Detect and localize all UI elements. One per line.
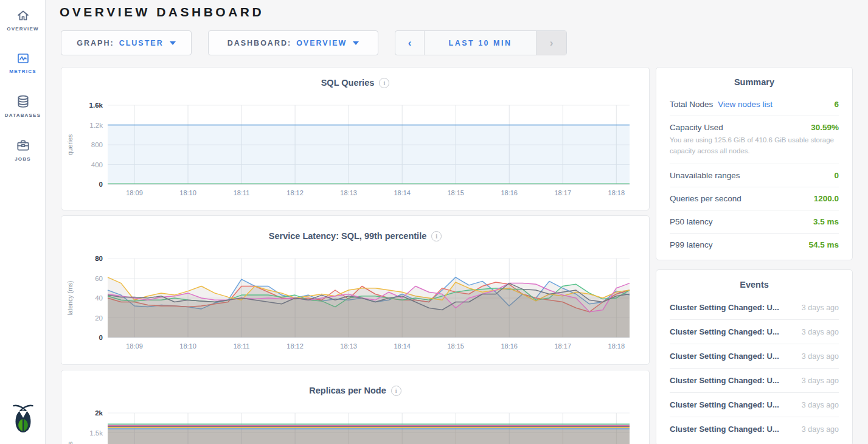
event-row[interactable]: Cluster Setting Changed: U...3 days ago	[670, 368, 839, 392]
chart-card-service-latency: Service Latency: SQL, 99th percentile i …	[61, 215, 650, 365]
event-row[interactable]: Cluster Setting Changed: U...3 days ago	[670, 296, 839, 319]
svg-text:20: 20	[95, 314, 103, 322]
summary-value: 0	[834, 171, 839, 180]
page-title: OVERVIEW DASHBOARD	[60, 5, 264, 19]
svg-text:2k: 2k	[95, 409, 103, 417]
home-icon	[15, 9, 31, 23]
time-next-button[interactable]: ›	[536, 31, 566, 55]
event-title: Cluster Setting Changed: U...	[670, 327, 779, 336]
event-time: 3 days ago	[802, 376, 839, 385]
service-latency-chart[interactable]: 02040608018:0918:1018:1118:1218:1318:141…	[64, 252, 649, 356]
summary-row: Total NodesView nodes list6	[670, 93, 839, 116]
graph-dropdown-label: GRAPH:	[77, 39, 114, 47]
summary-value: 1200.0	[814, 194, 839, 203]
graph-dropdown-value: CLUSTER	[119, 39, 164, 47]
svg-text:18:13: 18:13	[340, 189, 357, 196]
svg-text:18:18: 18:18	[608, 342, 625, 350]
info-icon[interactable]: i	[431, 231, 442, 241]
svg-text:18:12: 18:12	[286, 342, 304, 350]
event-row[interactable]: Cluster Setting Changed: U...3 days ago	[670, 344, 839, 368]
sidebar-item-overview[interactable]: OVERVIEW	[0, 0, 46, 32]
event-time: 3 days ago	[802, 304, 839, 312]
summary-rows: Total NodesView nodes list6Capacity Used…	[670, 93, 839, 256]
chart-title: SQL Queries	[321, 78, 375, 88]
dashboard-dropdown-value: OVERVIEW	[296, 39, 347, 47]
event-time: 3 days ago	[802, 425, 839, 434]
sidebar-item-databases[interactable]: DATABASES	[0, 85, 46, 118]
summary-value: 6	[834, 100, 839, 109]
summary-value: 54.5 ms	[808, 240, 839, 249]
event-title: Cluster Setting Changed: U...	[670, 352, 779, 361]
chevron-right-icon: ›	[550, 37, 554, 49]
summary-label: P99 latency	[670, 240, 713, 249]
charts-column: SQL Queries i 04008001.2k1.6k18:0918:101…	[61, 67, 650, 444]
summary-value: 3.5 ms	[813, 217, 839, 226]
chevron-left-icon: ‹	[408, 37, 412, 49]
svg-text:replicas: replicas	[66, 442, 74, 444]
info-icon[interactable]: i	[391, 386, 401, 396]
chevron-down-icon	[170, 41, 176, 45]
sidebar-item-jobs[interactable]: JOBS	[0, 129, 46, 162]
right-column: Summary Total NodesView nodes list6Capac…	[656, 67, 853, 444]
summary-label: P50 latency	[670, 217, 713, 226]
svg-text:18:10: 18:10	[179, 189, 196, 196]
svg-text:1.6k: 1.6k	[89, 102, 103, 109]
summary-row: P99 latency54.5 ms	[670, 233, 839, 256]
summary-label: Queries per second	[670, 194, 741, 203]
summary-label: Unavailable ranges	[670, 171, 740, 180]
summary-note: You are using 125.6 GiB of 410.6 GiB usa…	[670, 135, 839, 157]
info-icon[interactable]: i	[379, 78, 389, 88]
summary-title: Summary	[670, 68, 839, 93]
chevron-down-icon	[353, 41, 359, 45]
svg-text:40: 40	[95, 294, 103, 302]
cockroach-logo-icon	[10, 403, 36, 434]
svg-text:18:17: 18:17	[554, 189, 571, 196]
events-panel: Events Cluster Setting Changed: U...3 da…	[656, 269, 853, 444]
svg-text:18:16: 18:16	[501, 342, 518, 350]
svg-text:18:18: 18:18	[608, 189, 625, 196]
time-prev-button[interactable]: ‹	[395, 31, 425, 55]
summary-panel: Summary Total NodesView nodes list6Capac…	[656, 67, 853, 260]
events-title: Events	[670, 270, 839, 296]
svg-text:18:16: 18:16	[501, 189, 518, 196]
dashboard-dropdown[interactable]: DASHBOARD: OVERVIEW	[208, 30, 378, 55]
events-list: Cluster Setting Changed: U...3 days agoC…	[670, 296, 839, 441]
time-range-button[interactable]: LAST 10 MIN	[425, 31, 536, 55]
replicas-per-node-chart[interactable]: 05001.0k1.5k2k18:0918:1018:1118:1218:131…	[64, 407, 649, 444]
svg-text:18:15: 18:15	[447, 189, 464, 196]
graph-dropdown[interactable]: GRAPH: CLUSTER	[61, 30, 192, 55]
summary-row: P50 latency3.5 ms	[670, 210, 839, 233]
svg-text:80: 80	[95, 255, 103, 262]
summary-value: 30.59%	[811, 123, 839, 132]
chart-title: Service Latency: SQL, 99th percentile	[269, 231, 427, 241]
svg-text:latency (ms): latency (ms)	[66, 280, 74, 315]
event-row[interactable]: Cluster Setting Changed: U...3 days ago	[670, 319, 839, 344]
svg-text:18:14: 18:14	[394, 189, 411, 196]
svg-text:0: 0	[99, 181, 103, 188]
event-title: Cluster Setting Changed: U...	[670, 425, 779, 434]
svg-text:400: 400	[91, 161, 103, 168]
event-title: Cluster Setting Changed: U...	[670, 400, 779, 409]
event-title: Cluster Setting Changed: U...	[670, 376, 779, 385]
sidebar-item-metrics[interactable]: METRICS	[0, 43, 46, 74]
event-row[interactable]: Cluster Setting Changed: U...3 days ago	[670, 392, 839, 417]
summary-row: Capacity Used30.59%You are using 125.6 G…	[670, 116, 839, 164]
chart-card-sql-queries: SQL Queries i 04008001.2k1.6k18:0918:101…	[61, 67, 650, 210]
svg-text:18:10: 18:10	[179, 342, 196, 350]
svg-text:18:11: 18:11	[234, 342, 250, 350]
svg-text:18:14: 18:14	[394, 342, 411, 350]
event-row[interactable]: Cluster Setting Changed: U...3 days ago	[670, 417, 839, 441]
svg-text:60: 60	[95, 275, 103, 282]
event-time: 3 days ago	[802, 352, 839, 361]
svg-text:18:17: 18:17	[554, 342, 571, 350]
svg-text:18:11: 18:11	[234, 189, 250, 196]
dashboard-dropdown-label: DASHBOARD:	[227, 39, 291, 47]
sql-queries-chart[interactable]: 04008001.2k1.6k18:0918:1018:1118:1218:13…	[64, 99, 649, 203]
sidebar: OVERVIEW METRICS DATABASES JOBS	[0, 0, 46, 444]
svg-text:18:12: 18:12	[286, 189, 304, 196]
chart-title: Replicas per Node	[309, 386, 386, 395]
summary-label: Capacity Used	[670, 123, 723, 132]
view-nodes-list-link[interactable]: View nodes list	[718, 100, 773, 109]
summary-row: Queries per second1200.0	[670, 187, 839, 210]
database-icon	[15, 94, 31, 109]
